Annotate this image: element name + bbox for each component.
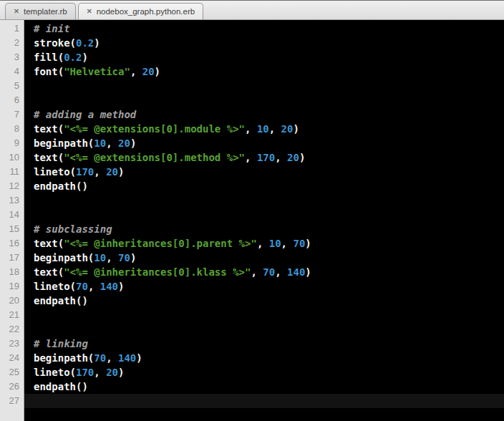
code-token: ) (118, 281, 124, 292)
tab-bar: ✕ templater.rb ✕ nodebox_graph.python.er… (0, 0, 504, 20)
tab-label: nodebox_graph.python.erb (97, 7, 195, 16)
code-token: 140 (100, 281, 118, 292)
line-number: 6 (0, 93, 24, 107)
code-token: 10 (257, 123, 269, 135)
code-token: 140 (118, 352, 136, 364)
code-token: 20 (142, 66, 155, 77)
code-token: font( (34, 66, 64, 77)
line-number: 4 (0, 64, 24, 79)
line-number: 17 (0, 251, 24, 265)
code-line[interactable]: font("Helvetica", 20) (24, 64, 504, 79)
code-token: beginpath( (34, 352, 94, 364)
code-line[interactable]: endpath() (24, 294, 504, 308)
close-icon[interactable]: ✕ (87, 8, 92, 15)
code-token: lineto( (34, 166, 76, 178)
editor-window: ✕ templater.rb ✕ nodebox_graph.python.er… (0, 0, 504, 421)
line-number: 20 (0, 294, 24, 308)
code-line[interactable]: text("<%= @inheritances[0].klass %>", 70… (24, 265, 504, 279)
code-token: # init (34, 23, 70, 34)
line-number: 11 (0, 165, 24, 179)
code-line[interactable] (24, 193, 504, 208)
code-token: endpath() (34, 180, 88, 192)
code-token: , (269, 123, 281, 135)
code-token: "<%= @extensions[0].method %>" (64, 152, 245, 163)
code-token: 20 (281, 123, 294, 135)
code-token: , (94, 166, 106, 178)
code-token: , (245, 123, 257, 135)
code-token: ) (299, 152, 305, 163)
code-token: endpath() (34, 381, 88, 392)
line-number: 14 (0, 208, 24, 222)
code-token: ) (305, 266, 311, 278)
code-token: 170 (76, 166, 94, 178)
code-token: ) (118, 367, 124, 378)
code-token: 0.2 (64, 52, 82, 63)
tab-nodebox-graph-python-erb[interactable]: ✕ nodebox_graph.python.erb (78, 3, 203, 19)
code-line[interactable] (24, 394, 504, 408)
code-line[interactable]: # init (24, 21, 504, 36)
code-line[interactable] (24, 322, 504, 337)
code-token: "Helvetica" (64, 66, 130, 77)
code-token: "<%= @inheritances[0].klass %>" (64, 266, 251, 278)
code-token: 170 (76, 367, 94, 378)
code-line[interactable]: lineto(70, 140) (24, 279, 504, 294)
line-number-gutter: 1234567891011121314151617181920212223242… (0, 20, 24, 421)
code-line[interactable] (24, 79, 504, 93)
code-token: lineto( (34, 281, 76, 292)
code-line[interactable]: # subclassing (24, 222, 504, 236)
line-number: 18 (0, 265, 24, 279)
code-token: , (275, 152, 287, 163)
code-token: 70 (76, 281, 88, 292)
code-area[interactable]: # initstroke(0.2)fill(0.2)font("Helvetic… (24, 20, 504, 421)
line-number: 24 (0, 351, 24, 365)
code-line[interactable]: endpath() (24, 379, 504, 394)
code-line[interactable]: beginpath(70, 140) (24, 351, 504, 365)
code-token: # adding a method (34, 109, 136, 120)
code-line[interactable]: # linking (24, 337, 504, 351)
code-token: , (130, 66, 142, 77)
line-number: 26 (0, 379, 24, 394)
line-number: 5 (0, 79, 24, 93)
code-token: ) (155, 66, 160, 77)
code-token: , (257, 238, 269, 249)
close-icon[interactable]: ✕ (14, 8, 19, 15)
tab-label: templater.rb (24, 7, 67, 16)
code-token: 10 (269, 238, 281, 249)
code-token: text( (34, 238, 64, 249)
code-line[interactable]: text("<%= @extensions[0].module %>", 10,… (24, 122, 504, 136)
code-token: 70 (118, 252, 130, 263)
line-number: 9 (0, 136, 24, 150)
code-line[interactable]: lineto(170, 20) (24, 165, 504, 179)
code-line[interactable]: fill(0.2) (24, 50, 504, 64)
code-line[interactable]: lineto(170, 20) (24, 365, 504, 379)
line-number: 16 (0, 236, 24, 251)
code-token: ) (94, 37, 100, 49)
code-line[interactable]: stroke(0.2) (24, 36, 504, 50)
code-token: 20 (287, 152, 299, 163)
code-token: 70 (263, 266, 275, 278)
tab-templater-rb[interactable]: ✕ templater.rb (5, 3, 76, 19)
code-line[interactable] (24, 208, 504, 222)
code-token: 70 (94, 352, 106, 364)
code-line[interactable] (24, 93, 504, 107)
code-line[interactable]: # adding a method (24, 107, 504, 122)
code-token: beginpath( (34, 137, 94, 149)
code-token: , (94, 367, 106, 378)
line-number: 22 (0, 322, 24, 337)
code-token: ) (82, 52, 87, 63)
code-token: text( (34, 266, 64, 278)
code-token: ) (305, 238, 311, 249)
code-token: # linking (34, 338, 88, 349)
code-token: ) (118, 166, 124, 178)
code-line[interactable]: endpath() (24, 179, 504, 193)
code-line[interactable]: beginpath(10, 70) (24, 251, 504, 265)
code-line[interactable]: text("<%= @extensions[0].method %>", 170… (24, 150, 504, 165)
code-line[interactable]: beginpath(10, 20) (24, 136, 504, 150)
code-token: ) (130, 252, 136, 263)
code-line[interactable]: text("<%= @inheritances[0].parent %>", 1… (24, 236, 504, 251)
code-editor[interactable]: 1234567891011121314151617181920212223242… (0, 20, 504, 421)
code-token: , (88, 281, 100, 292)
line-number: 7 (0, 107, 24, 122)
code-line[interactable] (24, 308, 504, 322)
line-number: 23 (0, 337, 24, 351)
